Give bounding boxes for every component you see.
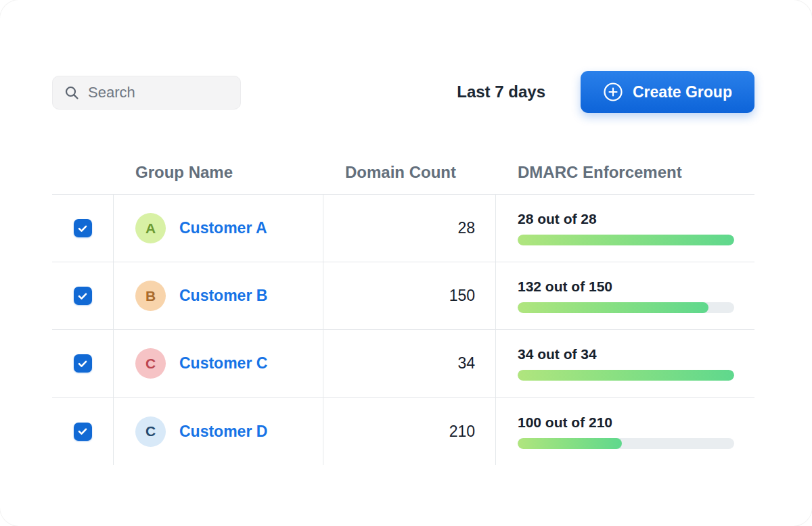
avatar: A: [135, 213, 166, 243]
row-checkbox[interactable]: [74, 423, 92, 441]
plus-circle-icon: [603, 82, 623, 102]
avatar: C: [135, 348, 166, 379]
enforcement-progress-track: [518, 438, 734, 449]
enforcement-progress-track: [518, 370, 734, 381]
row-checkbox[interactable]: [74, 219, 92, 237]
domain-count-cell: 150: [323, 262, 496, 329]
customer-link[interactable]: Customer D: [179, 423, 267, 441]
enforcement-progress-fill: [518, 438, 622, 449]
dmarc-cell: 132 out of 150: [496, 262, 754, 329]
enforcement-progress-fill: [518, 370, 734, 381]
search-input[interactable]: [88, 84, 229, 101]
customer-link[interactable]: Customer B: [179, 287, 267, 305]
group-name-cell: B Customer B: [114, 262, 323, 329]
customer-link[interactable]: Customer C: [179, 354, 267, 373]
row-checkbox[interactable]: [74, 354, 92, 373]
checkbox-cell: [52, 330, 114, 397]
enforcement-label: 132 out of 150: [518, 279, 734, 295]
column-header-dmarc-enforcement: DMARC Enforcement: [496, 163, 754, 182]
domain-count-cell: 210: [323, 398, 496, 465]
period-label: Last 7 days: [457, 82, 545, 101]
table-header-row: Group Name Domain Count DMARC Enforcemen…: [52, 150, 754, 195]
avatar: B: [135, 281, 166, 311]
dmarc-cell: 100 out of 210: [496, 398, 754, 465]
dashboard-card: Last 7 days Create Group Group Name Doma…: [0, 0, 812, 526]
toolbar: Last 7 days Create Group: [52, 71, 754, 113]
checkbox-cell: [52, 398, 114, 465]
enforcement-label: 100 out of 210: [518, 414, 734, 431]
checkbox-cell: [52, 195, 114, 262]
enforcement-label: 34 out of 34: [518, 346, 734, 362]
domain-count-cell: 34: [323, 330, 496, 397]
avatar: C: [135, 416, 166, 447]
column-header-domain-count: Domain Count: [323, 163, 496, 182]
create-group-label: Create Group: [633, 83, 732, 101]
create-group-button[interactable]: Create Group: [581, 71, 754, 113]
table-row: C Customer D 210 100 out of 210: [52, 398, 754, 465]
dmarc-cell: 34 out of 34: [496, 330, 754, 397]
customer-link[interactable]: Customer A: [179, 219, 267, 237]
domain-count-value: 34: [457, 354, 475, 373]
enforcement-progress-fill: [518, 235, 734, 245]
group-name-cell: C Customer C: [114, 330, 323, 397]
table-row: B Customer B 150 132 out of 150: [52, 262, 754, 330]
checkmark-icon: [77, 426, 88, 437]
enforcement-progress-track: [518, 302, 734, 313]
row-checkbox[interactable]: [74, 287, 92, 305]
enforcement-progress-track: [518, 235, 734, 245]
domain-count-value: 210: [449, 423, 475, 441]
group-name-cell: A Customer A: [114, 195, 323, 262]
checkmark-icon: [77, 223, 88, 234]
table-row: C Customer C 34 34 out of 34: [52, 330, 754, 398]
domain-count-value: 150: [449, 287, 475, 305]
search-box[interactable]: [52, 76, 241, 110]
enforcement-label: 28 out of 28: [518, 211, 734, 227]
search-icon: [64, 85, 80, 101]
groups-table: Group Name Domain Count DMARC Enforcemen…: [52, 150, 754, 465]
group-name-cell: C Customer D: [114, 398, 323, 465]
enforcement-progress-fill: [518, 302, 708, 313]
checkmark-icon: [77, 291, 88, 302]
checkmark-icon: [77, 358, 88, 369]
column-header-group-name: Group Name: [114, 163, 323, 182]
table-row: A Customer A 28 28 out of 28: [52, 195, 754, 262]
dmarc-cell: 28 out of 28: [496, 195, 754, 262]
domain-count-cell: 28: [323, 195, 496, 262]
domain-count-value: 28: [457, 219, 475, 237]
checkbox-cell: [52, 262, 114, 329]
